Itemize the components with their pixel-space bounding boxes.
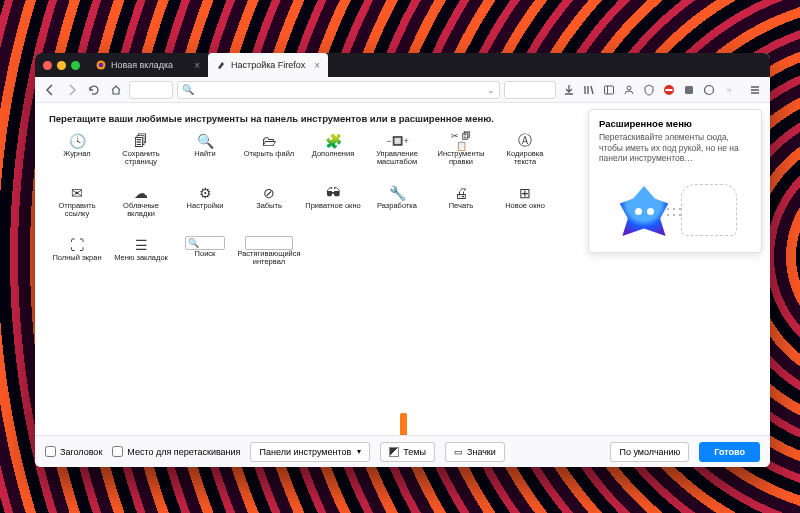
minimize-window-button[interactable] [57, 61, 66, 70]
customize-footer: Заголовок Место для перетаскивания Панел… [35, 435, 770, 467]
shield-icon[interactable] [640, 81, 658, 99]
ghost-outline-icon [681, 184, 737, 236]
cloud-icon: ☁ [130, 184, 152, 202]
tool-send-link[interactable]: ✉Отправить ссылку [45, 182, 109, 232]
save-page-icon: 🗐 [130, 132, 152, 150]
reload-button[interactable] [85, 81, 103, 99]
gear-icon: ⚙ [194, 184, 216, 202]
tool-zoom[interactable]: − 🔲 +Управление масштабом [365, 130, 429, 180]
zoom-window-button[interactable] [71, 61, 80, 70]
account-icon[interactable] [620, 81, 638, 99]
adblock-icon[interactable] [660, 81, 678, 99]
themes-button-label: Темы [403, 447, 426, 457]
tool-save-page[interactable]: 🗐Сохранить страницу [109, 130, 173, 180]
back-button[interactable] [41, 81, 59, 99]
overflow-icon[interactable]: » [720, 81, 738, 99]
extension2-icon[interactable] [700, 81, 718, 99]
puzzle-icon: 🧩 [322, 132, 344, 150]
dragspace-checkbox[interactable]: Место для перетаскивания [112, 446, 240, 457]
tool-private[interactable]: 🕶Приватное окно [301, 182, 365, 232]
svg-point-1 [99, 63, 104, 68]
search-bar[interactable]: 🔍 ⌄ [177, 81, 500, 99]
dragspace-checkbox-label: Место для перетаскивания [127, 447, 240, 457]
tool-devtools[interactable]: 🔧Разработка [365, 182, 429, 232]
dragspace-checkbox-input[interactable] [112, 446, 123, 457]
overflow-illustration [599, 172, 751, 242]
dropdown-icon[interactable]: ⌄ [487, 85, 495, 95]
themes-button[interactable]: Темы [380, 442, 435, 462]
forward-button[interactable] [63, 81, 81, 99]
find-icon: 🔍 [194, 132, 216, 150]
tool-forget[interactable]: ⊘Забыть [237, 182, 301, 232]
customize-favicon-icon [216, 60, 226, 70]
tool-settings[interactable]: ⚙Настройки [173, 182, 237, 232]
overflow-panel-title: Расширенное меню [599, 118, 751, 129]
overflow-panel[interactable]: Расширенное меню Перетаскивайте элементы… [588, 109, 762, 253]
forget-icon: ⊘ [258, 184, 280, 202]
done-button-label: Готово [714, 447, 745, 457]
tool-edit[interactable]: ✂ 🗐 📋Инструменты правки [429, 130, 493, 180]
zoom-icon: − 🔲 + [386, 132, 408, 150]
encoding-icon: Ⓐ [514, 132, 536, 150]
url-bar[interactable] [129, 81, 173, 99]
nav-toolbar: 🔍 ⌄ » [35, 77, 770, 103]
secondary-search-bar[interactable] [504, 81, 556, 99]
tab-strip: Новая вкладка × Настройка Firefox × [35, 53, 770, 77]
library-icon[interactable] [580, 81, 598, 99]
close-tab-icon[interactable]: × [194, 60, 200, 71]
density-icon: ▭ [454, 447, 463, 457]
tool-bookmarks-menu[interactable]: ☰Меню закладок [109, 234, 173, 284]
overflow-panel-body: Перетаскивайте элементы сюда, чтобы имет… [599, 132, 751, 164]
bookmarks-menu-icon: ☰ [130, 236, 152, 254]
toolbars-dropdown[interactable]: Панели инструментов [250, 442, 370, 462]
svg-point-4 [627, 86, 631, 90]
print-icon: 🖨 [450, 184, 472, 202]
tool-search[interactable]: 🔍Поиск [173, 234, 237, 284]
title-checkbox-input[interactable] [45, 446, 56, 457]
app-menu-button[interactable] [746, 81, 764, 99]
svg-rect-6 [666, 89, 673, 91]
restore-defaults-label: По умолчанию [619, 447, 680, 457]
tab-label: Настройка Firefox [231, 60, 305, 70]
tool-synced-tabs[interactable]: ☁Облачные вкладки [109, 182, 173, 232]
tool-flexible-space[interactable]: Растягивающийся интервал [237, 234, 301, 284]
download-icon[interactable] [560, 81, 578, 99]
extension-icon[interactable] [680, 81, 698, 99]
tool-new-window[interactable]: ⊞Новое окно [493, 182, 557, 232]
tool-find[interactable]: 🔍Найти [173, 130, 237, 180]
annotation-arrow-icon [390, 413, 416, 435]
svg-rect-2 [605, 86, 614, 94]
window-icon: ⊞ [514, 184, 536, 202]
tab-new[interactable]: Новая вкладка × [88, 53, 208, 77]
toolbars-dropdown-label: Панели инструментов [259, 447, 351, 457]
svg-rect-7 [685, 86, 693, 94]
close-tab-icon[interactable]: × [314, 60, 320, 71]
edit-tools-icon: ✂ 🗐 📋 [450, 132, 472, 150]
firefox-favicon-icon [96, 60, 106, 70]
density-button-label: Значки [467, 447, 496, 457]
tab-customize[interactable]: Настройка Firefox × [208, 53, 328, 77]
tool-addons[interactable]: 🧩Дополнения [301, 130, 365, 180]
tool-fullscreen[interactable]: ⛶Полный экран [45, 234, 109, 284]
sidebar-icon[interactable] [600, 81, 618, 99]
svg-point-8 [705, 85, 714, 94]
tool-print[interactable]: 🖨Печать [429, 182, 493, 232]
folder-icon: 🗁 [258, 132, 280, 150]
close-window-button[interactable] [43, 61, 52, 70]
tool-encoding[interactable]: ⒶКодировка текста [493, 130, 557, 180]
customize-page: Перетащите ваши любимые инструменты на п… [35, 103, 770, 435]
title-checkbox[interactable]: Заголовок [45, 446, 102, 457]
history-icon: 🕓 [66, 132, 88, 150]
done-button[interactable]: Готово [699, 442, 760, 462]
restore-defaults-button[interactable]: По умолчанию [610, 442, 689, 462]
mascot-icon [617, 186, 671, 236]
home-button[interactable] [107, 81, 125, 99]
spacer-icon [245, 236, 293, 250]
density-button[interactable]: ▭ Значки [445, 442, 505, 462]
wrench-icon: 🔧 [386, 184, 408, 202]
tool-open-file[interactable]: 🗁Открыть файл [237, 130, 301, 180]
toolbar-right-icons: » [560, 81, 738, 99]
title-checkbox-label: Заголовок [60, 447, 102, 457]
tool-history[interactable]: 🕓Журнал [45, 130, 109, 180]
fullscreen-icon: ⛶ [66, 236, 88, 254]
